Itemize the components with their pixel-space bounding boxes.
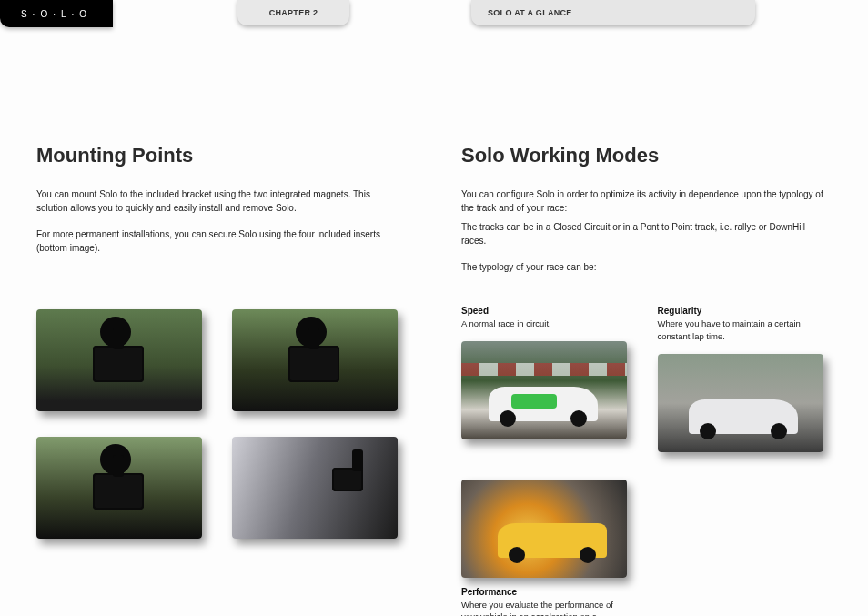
mode-speed-desc: A normal race in circuit. — [461, 318, 630, 330]
mode-regularity-title: Regularity — [658, 306, 826, 316]
mode-regularity: Regularity Where you have to maintain a … — [658, 306, 826, 452]
mounting-photo-2 — [232, 309, 398, 411]
mode-performance-photo — [461, 480, 627, 578]
mode-performance-desc: Where you evaluate the performance of yo… — [461, 599, 630, 616]
mounting-photo-1 — [36, 309, 202, 411]
brand-tab: S·O·L·O — [0, 0, 113, 27]
heading-working-modes: Solo Working Modes — [461, 144, 832, 167]
mode-regularity-photo — [658, 354, 823, 452]
mounting-photo-4 — [232, 437, 398, 539]
chapter-tab: CHAPTER 2 — [237, 0, 349, 25]
mounting-para-2: For more permanent installations, you ca… — [36, 227, 389, 255]
mounting-photo-3 — [36, 437, 202, 539]
modes-grid: Speed A normal race in circuit. Regulari… — [461, 306, 832, 616]
section-tab-label: SOLO AT A GLANCE — [488, 8, 572, 17]
mode-speed-title: Speed — [461, 306, 630, 316]
mode-performance: Performance Where you evaluate the perfo… — [461, 480, 630, 616]
heading-mounting-points: Mounting Points — [36, 144, 389, 167]
modes-para-1: You can configure Solo in order to optim… — [461, 187, 825, 215]
mounting-para-1: You can mount Solo to the included brack… — [36, 187, 389, 215]
page-left: Mounting Points You can mount Solo to th… — [0, 27, 434, 616]
mode-speed: Speed A normal race in circuit. — [461, 306, 630, 452]
page-right: Solo Working Modes You can configure Sol… — [434, 27, 868, 616]
chapter-tab-label: CHAPTER 2 — [269, 8, 318, 17]
mode-regularity-desc: Where you have to maintain a certain con… — [658, 318, 826, 343]
mode-performance-title: Performance — [461, 587, 630, 597]
modes-para-2: The tracks can be in a Closed Circuit or… — [461, 220, 825, 247]
brand-logo: S·O·L·O — [21, 9, 92, 19]
modes-para-3: The typology of your race can be: — [461, 260, 825, 274]
section-tab: SOLO AT A GLANCE — [471, 0, 755, 25]
mounting-image-grid — [36, 309, 400, 539]
mode-speed-photo — [461, 341, 627, 439]
